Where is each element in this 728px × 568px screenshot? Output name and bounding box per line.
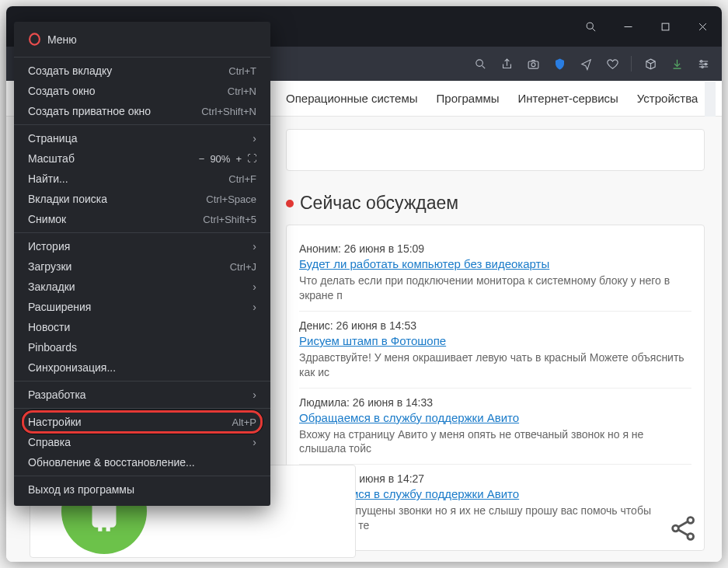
menu-dev[interactable]: Разработка› xyxy=(14,385,270,405)
opera-logo-icon xyxy=(28,33,41,46)
fullscreen-icon[interactable]: ⛶ xyxy=(247,153,256,164)
menu-exit[interactable]: Выход из программы xyxy=(14,479,270,500)
site-search-box[interactable] xyxy=(286,129,705,171)
red-dot-icon xyxy=(286,200,294,207)
cube-icon[interactable] xyxy=(643,56,658,71)
discussion-post: Денис: 26 июня в 14:53 Рисуем штамп в Фо… xyxy=(299,312,691,389)
menu-history[interactable]: История› xyxy=(14,236,270,256)
post-link[interactable]: Обращаемся в службу поддержки Авито xyxy=(299,411,691,424)
menu-pinboards[interactable]: Pinboards xyxy=(14,337,270,357)
search-small-icon[interactable] xyxy=(472,56,488,71)
menu-zoom[interactable]: Масштаб−90%+⛶ xyxy=(14,148,270,169)
cat-programs[interactable]: Программы xyxy=(437,92,500,105)
post-link[interactable]: Рисуем штамп в Фотошопе xyxy=(299,334,691,347)
svg-point-19 xyxy=(688,534,694,540)
menu-news[interactable]: Новости xyxy=(14,317,270,337)
menu-separator xyxy=(14,124,270,125)
maximize-button[interactable] xyxy=(650,12,680,41)
post-author: Денис: 26 июня в 14:53 xyxy=(299,319,691,332)
menu-title: Меню xyxy=(47,33,77,46)
svg-line-1 xyxy=(592,28,595,31)
svg-point-26 xyxy=(30,33,40,44)
menu-separator xyxy=(14,381,270,382)
menu-snapshot[interactable]: СнимокCtrl+Shift+5 xyxy=(14,209,270,229)
cat-internet[interactable]: Интернет-сервисы xyxy=(518,92,618,105)
download-icon[interactable] xyxy=(669,56,684,71)
menu-update[interactable]: Обновление & восстановление... xyxy=(14,452,270,472)
share-icon[interactable] xyxy=(667,512,700,548)
post-body: У меня пропущены звонки но я их не слышу… xyxy=(299,504,691,533)
svg-point-0 xyxy=(587,23,593,29)
discussion-post: Аноним: 26 июня в 14:27 Обращаемся в слу… xyxy=(299,465,691,541)
divider xyxy=(631,56,632,71)
close-button[interactable] xyxy=(688,12,717,41)
menu-separator xyxy=(14,408,270,409)
zoom-plus-icon[interactable]: + xyxy=(235,153,242,165)
svg-point-6 xyxy=(475,59,482,66)
menu-find[interactable]: Найти...Ctrl+F xyxy=(14,169,270,189)
menu-extensions[interactable]: Расширения› xyxy=(14,297,270,317)
svg-point-17 xyxy=(673,525,679,531)
svg-line-7 xyxy=(482,65,485,68)
menu-new-tab[interactable]: Создать вкладкуCtrl+T xyxy=(14,61,270,81)
shield-icon[interactable] xyxy=(552,56,567,71)
menu-new-private[interactable]: Создать приватное окноCtrl+Shift+N xyxy=(14,101,270,121)
heart-icon[interactable] xyxy=(604,56,620,71)
minimize-button[interactable] xyxy=(613,12,643,41)
post-body: Здравствуйте! У меня окрашивает левую ча… xyxy=(299,350,691,380)
discussion-post: Аноним: 26 июня в 15:09 Будет ли работат… xyxy=(299,235,691,312)
menu-separator xyxy=(14,57,270,57)
post-link[interactable]: Будет ли работать компьютер без видеокар… xyxy=(299,257,691,270)
svg-line-21 xyxy=(678,530,688,535)
post-body: Что делать если при подключении монитора… xyxy=(299,274,691,303)
menu-settings[interactable]: НастройкиAlt+P xyxy=(14,412,270,432)
send-icon[interactable] xyxy=(578,56,594,71)
svg-point-18 xyxy=(688,517,694,524)
post-link[interactable]: Обращаемся в службу поддержки Авито xyxy=(299,487,691,500)
menu-new-window[interactable]: Создать окноCtrl+N xyxy=(14,81,270,101)
post-author: Аноним: 26 июня в 15:09 xyxy=(299,242,691,255)
search-icon[interactable] xyxy=(576,12,605,41)
zoom-value: 90% xyxy=(210,153,230,165)
menu-search-tabs[interactable]: Вкладки поискаCtrl+Space xyxy=(14,189,270,209)
menu-sync[interactable]: Синхронизация... xyxy=(14,357,270,378)
menu-downloads[interactable]: ЗагрузкиCtrl+J xyxy=(14,256,270,277)
menu-help[interactable]: Справка› xyxy=(14,432,270,452)
cat-devices[interactable]: Устройства xyxy=(637,92,698,105)
svg-rect-3 xyxy=(662,23,669,30)
menu-page[interactable]: Страница› xyxy=(14,128,270,148)
sliders-icon[interactable] xyxy=(695,56,711,71)
opera-main-menu: Меню Создать вкладкуCtrl+T Создать окноC… xyxy=(14,22,270,506)
svg-line-20 xyxy=(678,521,688,527)
post-author: Людмила: 26 июня в 14:33 xyxy=(299,396,691,409)
section-heading: Сейчас обсуждаем xyxy=(286,193,705,214)
menu-header: Меню xyxy=(14,26,270,54)
svg-point-9 xyxy=(531,62,535,66)
post-author: Аноним: 26 июня в 14:27 xyxy=(299,472,691,485)
menu-separator xyxy=(14,476,270,476)
menu-bookmarks[interactable]: Закладки› xyxy=(14,277,270,297)
cat-os[interactable]: Операционные системы xyxy=(286,92,418,105)
discussion-post: Людмила: 26 июня в 14:33 Обращаемся в сл… xyxy=(299,389,691,465)
post-body: Вхожу на страницу Авито у меня опять не … xyxy=(299,427,691,457)
share-out-icon[interactable] xyxy=(499,56,514,71)
camera-icon[interactable] xyxy=(525,56,541,71)
zoom-minus-icon[interactable]: − xyxy=(199,153,205,165)
section-heading-text: Сейчас обсуждаем xyxy=(300,193,458,214)
menu-separator xyxy=(14,232,270,233)
